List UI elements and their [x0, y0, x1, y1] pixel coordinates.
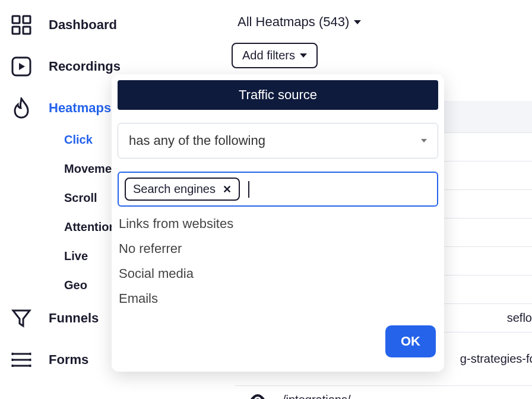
eye-icon	[249, 394, 266, 400]
sidebar-item-label: Forms	[49, 352, 88, 368]
filter-options-list: Links from websites No referrer Social m…	[118, 211, 438, 311]
sidebar-item-label: Heatmaps	[49, 100, 111, 116]
svg-rect-6	[23, 27, 30, 34]
filter-condition-value: has any of the following	[129, 133, 265, 148]
chevron-down-icon	[354, 20, 361, 24]
sidebar-item-dashboard[interactable]: Dashboard	[11, 14, 177, 36]
filter-option-social[interactable]: Social media	[118, 261, 438, 286]
forms-icon	[11, 349, 32, 370]
funnel-icon	[11, 308, 32, 329]
filter-option-emails[interactable]: Emails	[118, 286, 438, 311]
filter-option-no-referrer[interactable]: No referrer	[118, 236, 438, 261]
table-row[interactable]: /integrations/	[235, 386, 532, 399]
heatmap-selector[interactable]: All Heatmaps (543)	[232, 14, 361, 30]
add-filters-label: Add filters	[242, 49, 295, 62]
row-path: seflow/	[507, 311, 532, 325]
dashboard-icon	[11, 14, 32, 36]
svg-rect-5	[12, 27, 20, 34]
svg-rect-3	[12, 16, 20, 23]
chip-remove-icon[interactable]: ✕	[223, 183, 232, 196]
svg-rect-4	[23, 16, 30, 23]
row-path: g-strategies-for-	[460, 352, 532, 366]
filter-chip-search-engines[interactable]: Search engines ✕	[125, 178, 240, 201]
sidebar-item-label: Dashboard	[49, 17, 117, 33]
sidebar-item-label: Recordings	[49, 59, 121, 74]
filter-popup: Traffic source has any of the following …	[112, 74, 444, 372]
top-controls: All Heatmaps (543) Add filters	[232, 14, 361, 68]
ok-button[interactable]: OK	[385, 325, 436, 357]
filter-value-input[interactable]: Search engines ✕	[118, 172, 438, 207]
sidebar-item-label: Funnels	[49, 311, 99, 326]
chevron-down-icon	[421, 139, 427, 142]
row-path: /integrations/	[283, 393, 351, 399]
flame-icon	[11, 97, 32, 119]
chevron-down-icon	[300, 53, 307, 58]
add-filters-button[interactable]: Add filters	[232, 43, 318, 68]
heatmap-selector-label: All Heatmaps (543)	[238, 14, 349, 30]
text-cursor	[248, 181, 249, 198]
play-icon	[11, 56, 32, 77]
filter-popup-title: Traffic source	[118, 80, 438, 110]
filter-option-links[interactable]: Links from websites	[118, 211, 438, 236]
filter-condition-select[interactable]: has any of the following	[118, 123, 438, 159]
chip-label: Search engines	[133, 182, 216, 196]
